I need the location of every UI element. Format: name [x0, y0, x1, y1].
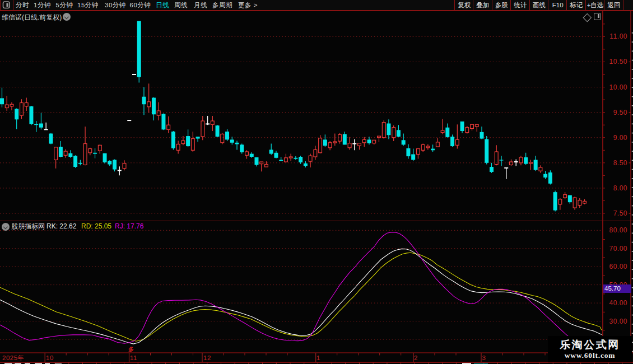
- candle-body-up: [285, 158, 288, 162]
- candle-body-up: [558, 199, 562, 204]
- candle-body-up: [167, 125, 170, 129]
- candle-body-down: [387, 123, 390, 135]
- stock-title[interactable]: 维信诺(日线.前复权): [2, 13, 62, 22]
- menu-item-weekly[interactable]: 周线: [174, 0, 188, 10]
- candle-body-down: [39, 123, 43, 127]
- menu-item-multi-period[interactable]: 多周期: [212, 0, 232, 10]
- candle-body-down: [186, 136, 190, 146]
- date-label: 3: [482, 354, 486, 362]
- candle-body-down: [543, 174, 547, 178]
- candle-body-up: [181, 141, 185, 143]
- toolbar-button-add-watchlist[interactable]: +自选: [585, 0, 604, 10]
- candle-body-up: [539, 167, 542, 171]
- date-label: 2025年: [2, 354, 25, 362]
- candle-body-down: [29, 106, 33, 124]
- candle-body-down: [304, 164, 308, 166]
- watermark-site-name: 乐淘公式网: [548, 339, 632, 351]
- toolbar-button-statistics[interactable]: 统计: [510, 0, 529, 10]
- toolbar-button-f10[interactable]: F10: [548, 0, 567, 10]
- candle-body-down: [485, 139, 488, 162]
- toolbar-button-mark[interactable]: 标记: [566, 0, 585, 10]
- indicator-name[interactable]: 股朋指标网: [11, 222, 45, 231]
- candle-body-down: [499, 160, 503, 160]
- candle-body-up: [466, 128, 469, 133]
- candle-body-down: [299, 157, 302, 162]
- candle-body-up: [475, 124, 478, 127]
- menu-item-30min[interactable]: 30分钟: [105, 0, 126, 10]
- toolbar-button-draw-line[interactable]: 画线: [529, 0, 548, 10]
- date-label: 1: [316, 354, 320, 362]
- toolbar-button-overlay[interactable]: 叠加: [473, 0, 492, 10]
- candle-body-up: [328, 143, 332, 148]
- candle-body-down: [294, 158, 297, 159]
- toolbar-button-multi-stock[interactable]: 多股: [492, 0, 511, 10]
- indicator-axis-label: 80.00: [609, 226, 627, 234]
- candle-body-up: [583, 201, 587, 203]
- candle-body-up: [421, 144, 425, 150]
- candle-body-down: [323, 139, 327, 146]
- menu-item-intraday[interactable]: 分时: [16, 0, 29, 10]
- menu-item-5min[interactable]: 5分钟: [56, 0, 73, 10]
- candle-body-down: [216, 125, 220, 137]
- candle-body-up: [378, 136, 381, 138]
- toolbar-button-back[interactable]: 返回: [604, 0, 623, 10]
- candle-body-down: [0, 98, 4, 104]
- candle-body-up: [221, 134, 224, 142]
- candle-body-down: [196, 137, 200, 139]
- candle-body-down: [274, 153, 278, 158]
- right-panel-icon[interactable]: [594, 13, 601, 20]
- indicator-line-RD: [0, 253, 602, 341]
- candle-body-up: [358, 143, 361, 146]
- menu-item-15min[interactable]: 15分钟: [77, 0, 99, 10]
- layout-toggle-cell[interactable]: [0, 0, 13, 10]
- candle-body-down: [524, 157, 528, 164]
- candle-body-down: [548, 172, 552, 184]
- menu-item-60min[interactable]: 60分钟: [130, 0, 151, 10]
- menu-item-more[interactable]: 更多 >: [238, 0, 258, 10]
- indicator-axis-label: 70.00: [609, 245, 627, 253]
- candle-body-up: [348, 143, 351, 148]
- candle-body-down: [367, 139, 371, 143]
- candle-body-down: [152, 98, 156, 115]
- price-axis-label: 10.00: [609, 83, 627, 91]
- toolbar-button-adjust[interactable]: 复权: [454, 0, 473, 10]
- clipped-text-remnant: [35, 363, 42, 364]
- candle-body-up: [265, 165, 268, 167]
- candle-body-down: [397, 130, 401, 137]
- candle-body-up: [417, 149, 420, 155]
- candle-body-up: [510, 162, 513, 165]
- clipped-text-remnant: [474, 363, 488, 364]
- candle-body-down: [108, 161, 111, 164]
- indicator-line-RJ: [0, 232, 602, 343]
- candle-body-up: [64, 151, 67, 155]
- menu-item-daily[interactable]: 日线: [156, 0, 169, 10]
- candle-body-down: [49, 134, 53, 144]
- candle-body-down: [402, 140, 406, 144]
- candle-body-down: [34, 124, 38, 125]
- watermark: 乐淘公式网 www.60lt.com: [548, 336, 632, 362]
- indicator-axis-label: 30.00: [609, 318, 627, 325]
- candle-body-down: [250, 154, 254, 157]
- candle-body-down: [534, 160, 538, 170]
- menu-item-1min[interactable]: 1分钟: [34, 0, 51, 10]
- candle-body-up: [319, 138, 322, 153]
- candle-body-down: [254, 157, 258, 165]
- price-axis-label: 7.50: [613, 209, 627, 217]
- diamond-icon[interactable]: [583, 13, 592, 22]
- candle-body-up: [426, 146, 430, 148]
- candle-body-down: [460, 122, 464, 131]
- candle-body-down: [235, 143, 239, 144]
- candle-body-down: [161, 114, 165, 129]
- candle-body-down: [230, 139, 234, 142]
- candle-body-up: [25, 103, 28, 106]
- period-menubar: 分时1分钟5分钟15分钟30分钟60分钟日线周线月线多周期更多 > 复权叠加多股…: [0, 0, 633, 11]
- chevron-down-circle-icon[interactable]: [63, 13, 71, 21]
- menu-item-monthly[interactable]: 月线: [194, 0, 207, 10]
- indicator-collapse-icon[interactable]: [2, 223, 10, 231]
- title-row: 维信诺(日线.前复权): [0, 11, 633, 22]
- candle-body-up: [176, 144, 180, 150]
- candle-body-down: [269, 150, 273, 153]
- price-axis-label: 9.50: [613, 109, 627, 116]
- candle-body-up: [519, 157, 523, 163]
- indicator-value-rk: RK: 22.62: [46, 222, 76, 231]
